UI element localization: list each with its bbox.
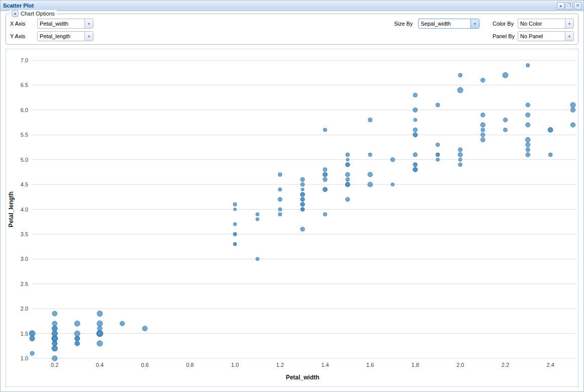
data-point[interactable] bbox=[233, 232, 237, 236]
collapse-icon[interactable]: ▴ bbox=[557, 2, 564, 10]
data-point[interactable] bbox=[570, 123, 575, 127]
panel-by-combo[interactable]: No Panel ▼ bbox=[518, 31, 574, 41]
data-point[interactable] bbox=[413, 162, 417, 166]
data-point[interactable] bbox=[458, 148, 462, 152]
data-point[interactable] bbox=[52, 321, 57, 326]
data-point[interactable] bbox=[301, 188, 304, 191]
data-point[interactable] bbox=[436, 143, 439, 146]
scatter-plot[interactable]: 1.01.52.02.53.03.54.04.55.05.56.06.57.00… bbox=[6, 49, 578, 387]
data-point[interactable] bbox=[413, 108, 418, 112]
data-point[interactable] bbox=[391, 183, 395, 186]
y-axis-combo[interactable]: Petal_length ▼ bbox=[37, 31, 93, 41]
data-point[interactable] bbox=[301, 182, 305, 186]
data-point[interactable] bbox=[413, 93, 417, 97]
data-point[interactable] bbox=[75, 336, 79, 340]
data-point[interactable] bbox=[481, 128, 485, 132]
data-point[interactable] bbox=[346, 182, 350, 186]
data-point[interactable] bbox=[458, 152, 462, 157]
data-point[interactable] bbox=[346, 158, 349, 161]
data-point[interactable] bbox=[526, 123, 530, 127]
data-point[interactable] bbox=[256, 257, 259, 261]
data-point[interactable] bbox=[301, 177, 305, 181]
data-point[interactable] bbox=[97, 311, 103, 317]
data-point[interactable] bbox=[368, 153, 372, 156]
data-point[interactable] bbox=[52, 311, 57, 316]
data-point[interactable] bbox=[301, 198, 305, 202]
data-point[interactable] bbox=[413, 153, 417, 157]
data-point[interactable] bbox=[76, 342, 79, 345]
data-point[interactable] bbox=[323, 168, 327, 172]
data-point[interactable] bbox=[278, 187, 282, 191]
data-point[interactable] bbox=[413, 128, 417, 132]
data-point[interactable] bbox=[436, 158, 440, 161]
data-point[interactable] bbox=[278, 208, 282, 211]
data-point[interactable] bbox=[346, 177, 350, 181]
dropdown-arrow-icon[interactable]: ▼ bbox=[470, 19, 479, 28]
data-point[interactable] bbox=[481, 78, 485, 82]
data-point[interactable] bbox=[414, 118, 417, 122]
data-point[interactable] bbox=[233, 223, 237, 226]
data-point[interactable] bbox=[570, 103, 575, 108]
color-by-combo[interactable]: No Color ▼ bbox=[518, 19, 574, 29]
data-point[interactable] bbox=[413, 133, 418, 137]
data-point[interactable] bbox=[413, 167, 417, 171]
data-point[interactable] bbox=[503, 72, 508, 78]
data-point[interactable] bbox=[120, 321, 125, 326]
data-point[interactable] bbox=[142, 326, 147, 331]
data-point[interactable] bbox=[278, 198, 282, 202]
data-point[interactable] bbox=[97, 341, 103, 346]
data-point[interactable] bbox=[480, 138, 485, 142]
data-point[interactable] bbox=[570, 108, 575, 112]
data-point[interactable] bbox=[52, 326, 57, 331]
data-point[interactable] bbox=[29, 331, 35, 337]
data-point[interactable] bbox=[345, 172, 350, 177]
data-point[interactable] bbox=[278, 213, 282, 216]
data-point[interactable] bbox=[74, 321, 80, 326]
data-point[interactable] bbox=[346, 153, 350, 157]
data-point[interactable] bbox=[52, 331, 57, 336]
restore-icon[interactable]: ❐ bbox=[565, 2, 573, 10]
data-point[interactable] bbox=[504, 128, 508, 132]
size-by-combo[interactable]: Sepal_width ▼ bbox=[418, 19, 479, 29]
data-point[interactable] bbox=[52, 356, 57, 361]
scatter-plot-svg[interactable]: 1.01.52.02.53.03.54.04.55.05.56.06.57.00… bbox=[6, 49, 578, 386]
data-point[interactable] bbox=[436, 103, 440, 107]
data-point[interactable] bbox=[526, 152, 530, 157]
data-point[interactable] bbox=[323, 177, 327, 181]
data-point[interactable] bbox=[301, 203, 305, 207]
data-point[interactable] bbox=[301, 192, 305, 197]
data-point[interactable] bbox=[458, 163, 462, 167]
data-point[interactable] bbox=[234, 208, 237, 211]
data-point[interactable] bbox=[323, 172, 327, 176]
data-point[interactable] bbox=[526, 113, 530, 117]
data-point[interactable] bbox=[526, 148, 530, 152]
data-point[interactable] bbox=[323, 213, 327, 216]
data-point[interactable] bbox=[233, 243, 236, 246]
data-point[interactable] bbox=[256, 218, 259, 221]
data-point[interactable] bbox=[346, 163, 349, 166]
data-point[interactable] bbox=[98, 331, 103, 336]
data-point[interactable] bbox=[52, 346, 57, 351]
data-point[interactable] bbox=[480, 123, 485, 127]
close-icon[interactable]: ✕ bbox=[574, 2, 581, 10]
data-point[interactable] bbox=[368, 172, 372, 177]
data-point[interactable] bbox=[548, 153, 552, 157]
window-titlebar[interactable]: Scatter Plot ▴ ❐ ✕ bbox=[1, 1, 583, 11]
data-point[interactable] bbox=[346, 198, 350, 202]
data-point[interactable] bbox=[481, 133, 485, 137]
data-point[interactable] bbox=[52, 341, 57, 346]
data-point[interactable] bbox=[301, 208, 305, 211]
data-point[interactable] bbox=[97, 321, 103, 326]
x-axis-combo[interactable]: Petal_width ▼ bbox=[37, 19, 93, 29]
data-point[interactable] bbox=[323, 128, 327, 132]
data-point[interactable] bbox=[458, 158, 462, 161]
dropdown-arrow-icon[interactable]: ▼ bbox=[565, 19, 573, 28]
data-point[interactable] bbox=[278, 172, 282, 176]
data-point[interactable] bbox=[368, 118, 372, 122]
data-point[interactable] bbox=[526, 103, 530, 107]
data-point[interactable] bbox=[525, 137, 530, 142]
dropdown-arrow-icon[interactable]: ▼ bbox=[84, 19, 93, 28]
data-point[interactable] bbox=[548, 128, 553, 132]
data-point[interactable] bbox=[256, 213, 259, 216]
dropdown-arrow-icon[interactable]: ▼ bbox=[84, 32, 93, 41]
